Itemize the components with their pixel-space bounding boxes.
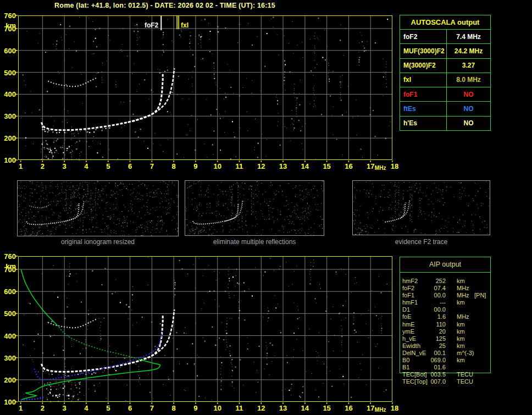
aip-param-value: 125 <box>409 335 446 342</box>
autoscala-param-label: fxI <box>400 73 446 87</box>
trace-electron-density-profile-valley-extrapolated- <box>59 327 136 358</box>
aip-param-flag: [PN] <box>474 292 486 298</box>
y-axis-unit: km <box>0 262 16 270</box>
autoscala-row-fof1: foF1NO <box>400 87 490 101</box>
x-tick-label: 5 <box>102 404 115 412</box>
aip-row-tec-top-: TEC[Top]007.0TECU <box>400 378 501 385</box>
trace-f2-trace-o-mode <box>41 316 163 372</box>
aip-param-value: --- <box>409 299 446 306</box>
aip-param-value: 007.0 <box>409 378 446 385</box>
y-tick-label: 600 <box>0 287 16 296</box>
fxi-marker-label: fxI <box>181 21 189 29</box>
aip-row-b1: B101.6 <box>400 364 501 371</box>
aip-param-unit: km <box>457 321 465 328</box>
y-tick-label: 200 <box>0 376 16 384</box>
thumbnail-canvas <box>18 181 178 236</box>
y-tick-label: 400 <box>0 90 16 98</box>
aip-row-yme: ymE20km <box>400 328 501 335</box>
autoscala-param-value: 8.0 MHz <box>446 73 490 87</box>
aip-row-fof1: foF100.0MHz[PN] <box>400 292 501 299</box>
thumbnail-caption: original ionogram resized <box>17 238 179 246</box>
autoscala-rows: foF27.4 MHzMUF(3000)F224.2 MHzM(3000)F23… <box>400 30 490 130</box>
y-axis-unit: km <box>0 21 16 30</box>
autoscala-param-value: NO <box>446 87 490 101</box>
aip-param-value: 00.0 <box>409 306 446 313</box>
x-tick-label: 3 <box>58 162 71 170</box>
x-tick-label: 3 <box>58 404 71 412</box>
x-tick-label: 11 <box>232 162 246 170</box>
aip-param-value: 01.6 <box>409 364 446 370</box>
ionogram-canvas <box>18 256 392 402</box>
aip-param-value: 069.0 <box>409 357 446 363</box>
y-tick-label: 300 <box>0 112 16 120</box>
aip-param-label: B0 <box>402 357 409 363</box>
x-tick-label: 14 <box>298 404 312 412</box>
aip-row-hmf2: hmF2252km <box>400 278 501 285</box>
autoscala-output-panel: AUTOSCALA output foF27.4 MHzMUF(3000)F22… <box>400 15 491 131</box>
aip-param-unit: MHz <box>457 292 469 298</box>
aip-param-unit: m^(-3) <box>457 350 474 356</box>
x-tick-label: 14 <box>298 162 312 170</box>
aip-panel-title: AIP output <box>400 257 490 273</box>
aip-row-hmf1: hmF1---km <box>400 299 501 306</box>
page-title: Rome (lat: +41.8, lon: 012.5) - DATE: 20… <box>0 2 330 9</box>
x-axis-unit: MHz <box>373 165 388 171</box>
x-tick-label: 10 <box>211 404 224 412</box>
aip-param-unit: km <box>457 328 465 335</box>
aip-param-unit: MHz <box>457 285 469 291</box>
aip-row-h-ve: h_vE125km <box>400 335 501 342</box>
x-tick-label: 4 <box>80 162 93 170</box>
aip-param-value: 00.0 <box>409 292 446 298</box>
x-tick-label: 16 <box>342 162 355 170</box>
x-tick-label: 13 <box>276 162 290 170</box>
aip-param-value: 003.5 <box>409 371 446 378</box>
x-tick-label: 11 <box>232 404 246 412</box>
aip-row-deln-ve: DelN_vE00.1m^(-3) <box>400 350 501 357</box>
thumbnail-evidence-f2-trace <box>352 180 490 235</box>
x-tick-label: 15 <box>320 404 334 412</box>
x-tick-label: 9 <box>189 162 202 170</box>
x-tick-label: 18 <box>388 404 401 412</box>
bottom-ionogram-plot <box>18 256 392 402</box>
aip-param-label: D1 <box>402 306 410 313</box>
x-tick-label: 6 <box>124 404 137 412</box>
x-tick-label: 16 <box>342 404 355 412</box>
autoscala-param-label: foF1 <box>400 87 446 101</box>
aip-row-b0: B0069.0km <box>400 357 501 364</box>
aip-param-unit: km <box>457 357 465 363</box>
aip-param-unit: km <box>457 335 465 342</box>
autoscala-param-label: h'Es <box>400 117 446 130</box>
aip-row-tec-bot-: TEC[Bot]003.5TECU <box>400 371 501 378</box>
aip-row-foe: foE1.6MHz <box>400 313 501 320</box>
aip-param-value: 1.6 <box>409 313 446 320</box>
y-tick-label: 300 <box>0 354 16 362</box>
autoscala-param-value: 7.4 MHz <box>446 30 490 43</box>
autoscala-param-value: NO <box>446 117 490 130</box>
thumbnail-canvas <box>353 181 490 235</box>
trace-f2-trace-x-mode <box>128 68 175 122</box>
top-ionogram-plot <box>18 15 392 160</box>
y-tick-label: 400 <box>0 332 16 340</box>
trace-second-hop-trace <box>48 78 96 87</box>
x-tick-label: 12 <box>254 162 268 170</box>
aip-param-unit: km <box>457 342 465 349</box>
autoscala-param-label: foF2 <box>400 30 446 43</box>
thumbnail-caption: evidence F2 trace <box>352 238 490 246</box>
autoscala-row-h-es: h'EsNO <box>400 116 490 130</box>
aip-param-unit: km <box>457 278 465 284</box>
x-tick-label: 15 <box>320 162 334 170</box>
autoscala-param-label: M(3000)F2 <box>400 59 446 73</box>
autoscala-param-value: NO <box>446 102 490 115</box>
y-tick-label: 500 <box>0 309 16 318</box>
autoscala-param-value: 24.2 MHz <box>446 44 490 58</box>
y-tick-label: 500 <box>0 69 16 77</box>
y-tick-label: 760 <box>0 12 16 20</box>
x-tick-label: 7 <box>145 162 158 170</box>
aip-param-value: 07.4 <box>409 285 446 291</box>
aip-param-unit: TECU <box>457 371 473 378</box>
y-tick-label: 600 <box>0 47 16 55</box>
aip-rows: hmF2252kmfoF207.4MHzfoF100.0MHz[PN]hmF1-… <box>400 278 501 385</box>
autoscala-window: Rome (lat: +41.8, lon: 012.5) - DATE: 20… <box>0 0 532 415</box>
autoscala-row-fxi: fxI8.0 MHz <box>400 73 490 87</box>
aip-row-fof2: foF207.4MHz <box>400 285 501 292</box>
